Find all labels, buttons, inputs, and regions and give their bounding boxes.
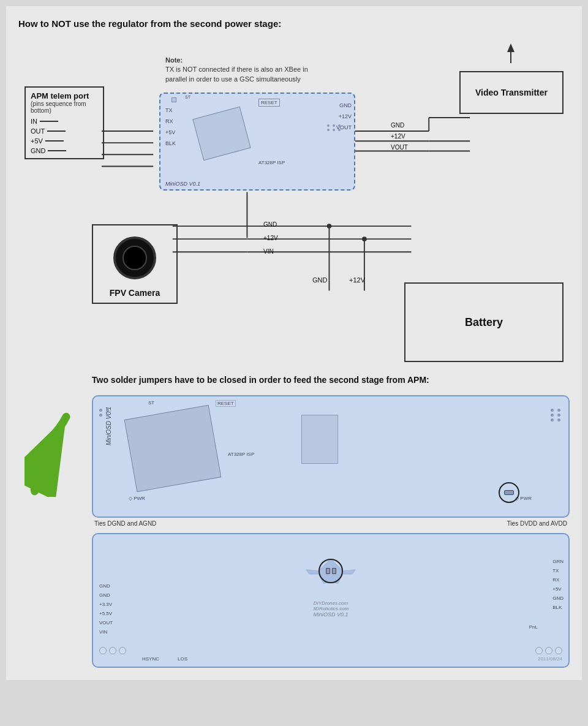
pcb-top-callouts: Ties DGND and AGND Ties DVDD and AVDD [92,520,570,527]
pin-line-in [40,121,58,122]
chip-label: AT328P ISP [258,160,285,165]
date-label: 2011/08/24 [538,656,562,662]
bottom-section: Two solder jumpers have to be closed in … [18,374,570,668]
pin-5v-board: +5V [163,129,176,135]
pcb-st-label: ST [185,95,190,99]
solder-jumper-dvdd-inner [504,490,514,495]
antenna-tip [507,43,514,52]
note-label: Note: [165,56,183,64]
pin-blk-bot: BLK [552,605,564,610]
pcb-left-pins: GND GND +3.3V +5.5V VOUT VIN [99,583,113,635]
pin-3v3: +3.3V [99,602,113,607]
pcb-bottom-watermarks: DIYDrones.com 3DRobotics.com MiniOSD V0.… [313,600,349,618]
pin-grn: GRN [552,559,564,564]
pcb-reset-top: RESET [216,400,236,407]
pcb-dot-grid [327,124,342,131]
apm-telem-port-box: APM telem port (pins sequence from botto… [24,86,104,159]
green-arrow-icon [24,411,74,497]
board-inner: TX RX +5V BLK AT328P ISP RESET MiniOSD V… [160,94,354,189]
bottom-title: Two solder jumpers have to be closed in … [92,374,570,387]
pcb-chip-label-top: AT328P ISP [228,452,254,457]
pcb-pad-circles-bottom-right [535,647,562,654]
pcb-component-st [172,97,176,102]
antenna-stem [510,52,511,63]
pin-vout-l: VOUT [99,620,113,626]
solder-jumper-dvdd [499,482,519,503]
pcb-pin-grid-right [551,409,562,422]
fpv-lens-inner [123,246,147,270]
watermark-diydrones: DIYDrones.com [313,600,349,606]
pin-5v5: +5.5V [99,611,113,616]
board-left-pins: TX RX +5V BLK [163,107,176,146]
pin-gnd-l2: GND [99,592,113,598]
pnl-label: PnL [529,624,538,630]
pin-line-5v [45,140,64,142]
boards-section: Two solder jumpers have to be closed in … [92,374,570,668]
watermark-3d: 3DRobotics.com [313,606,349,611]
pin-12v-right: +12V [336,113,352,119]
pin-5v-bot: +5V [552,586,564,592]
ties-dvdd-label: Ties DVDD and AVDD [507,520,567,527]
miniosd-board: TX RX +5V BLK AT328P ISP RESET MiniOSD V… [159,93,355,191]
solder-jumper-dgnd [318,559,343,583]
battery-box: Battery [404,282,564,362]
pin-gnd-l1: GND [99,583,113,589]
apm-pin-in: IN [31,118,98,125]
pcb-bottom-pins: HSYNC LOS [142,656,187,662]
page-container: How to NOT use the regulator from the se… [6,6,582,680]
board-chip [192,107,251,161]
pcb-bottom-board: DIYDrones.com 3DRobotics.com MiniOSD V0.… [92,533,570,668]
apm-pin-out: OUT [31,127,98,135]
pcb-pin-grid-left [99,409,111,417]
wire-label-gnd1: GND [391,122,404,129]
pcb-secondary-chip [301,415,338,464]
apm-subtitle: (pins sequence from bottom) [31,100,98,114]
pin-vin-l: VIN [99,629,113,635]
note-box: Note: TX is NOT connected if there is al… [165,56,325,84]
battery-label: Battery [465,316,503,329]
pin-line-gnd [48,150,66,151]
fpv-camera-label: FPV Camera [110,288,160,298]
wire-label-gnd2: GND [263,221,277,228]
fpv-lens-outer [113,236,156,279]
pcb-st-top: ST [148,400,154,406]
pcb-pad-circles-bottom-left [99,647,126,654]
pcb-main-chip [124,404,222,491]
arrow-container [18,374,80,497]
pcb-top-board: MiniOSD V0.1 ST RESET AT328P ISP ◇ PWR ◇… [92,395,570,518]
board-label: MiniOSD V0.1 [165,181,200,187]
wire-label-12v3: +12V [349,276,365,284]
pin-rx-bot: RX [552,577,564,583]
ties-dgnd-label: Ties DGND and AGND [94,520,156,527]
pin-rx: RX [163,118,176,124]
apm-pin-gnd: GND [31,147,98,154]
apm-pins: IN OUT +5V GND [31,118,98,154]
pcb-right-pins: GRN TX RX +5V GND BLK [552,559,564,610]
pin-gnd-right: GND [336,102,352,108]
watermark-miniosd: MiniOSD V0.1 [313,611,349,618]
wire-label-vin: VIN [263,248,274,255]
wire-label-12v2: +12V [263,235,278,241]
video-transmitter-label: Video Transmitter [475,88,548,97]
fpv-camera-box: FPV Camera [92,224,178,304]
pin-los: LOS [178,656,187,662]
apm-title: APM telem port [31,91,98,100]
page-title: How to NOT use the regulator from the se… [18,18,570,29]
pin-tx: TX [163,107,176,113]
diagram-area: APM telem port (pins sequence from botto… [18,37,570,362]
wire-label-vout: VOUT [391,144,408,151]
pin-hsync: HSYNC [142,656,159,662]
pin-blk: BLK [163,140,176,146]
pin-gnd-bot: GND [552,596,564,601]
svg-point-23 [327,224,332,229]
solder-jumper-dgnd-inner [326,568,336,574]
note-text: TX is NOT connected if there is also an … [165,66,308,82]
pin-line-out [47,130,66,132]
pin-tx-bot: TX [552,568,564,573]
video-transmitter-box: Video Transmitter [459,71,564,114]
antenna-icon [507,43,514,68]
wire-label-12v1: +12V [391,133,405,140]
svg-point-24 [362,236,367,241]
reset-button: RESET [258,99,280,107]
wire-label-gnd3: GND [312,276,327,284]
